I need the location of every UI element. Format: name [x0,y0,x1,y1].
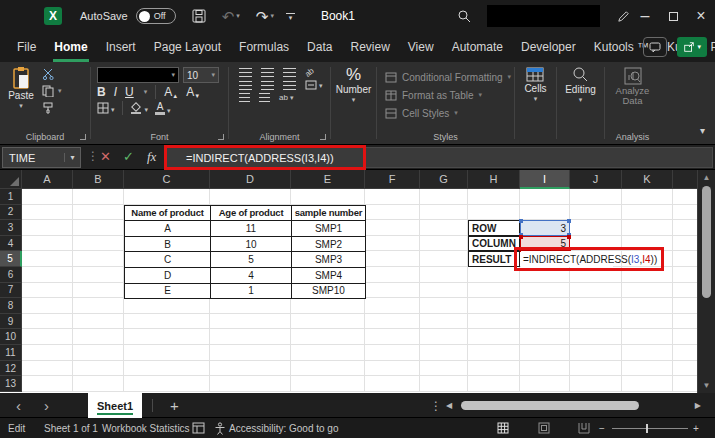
cell-D10[interactable] [210,329,291,345]
sheet-options-button[interactable]: ⋮ [430,393,442,418]
accessibility-icon[interactable] [214,418,226,438]
cell-partial[interactable] [673,329,697,345]
zoom-slider-track[interactable] [612,428,688,429]
save-button[interactable] [192,9,206,23]
row-header-13[interactable]: 13 [0,376,22,392]
collapse-ribbon-button[interactable]: ▾ [700,125,705,136]
row-header-1[interactable]: 1 [0,189,22,205]
select-all-corner[interactable] [0,170,22,189]
page-layout-view-button[interactable] [538,418,550,438]
cell-I5-result-formula[interactable]: =INDIRECT(ADDRESS(I3,I4)) [521,251,613,267]
wrap-text-button[interactable]: ab ▾ [279,93,293,102]
cell-B11[interactable] [73,345,124,361]
row-header-4[interactable]: 4 [0,236,22,252]
cell-H4-column-label[interactable]: COLUMN [468,236,520,252]
table-cell[interactable]: 1 [211,284,292,300]
cell-A1[interactable] [22,189,73,205]
paste-button[interactable]: Paste ▾ [0,66,42,129]
align-top-button[interactable] [239,68,252,77]
cell-K2[interactable] [622,205,673,221]
cell-G8[interactable] [420,298,468,314]
cell-B4[interactable] [73,236,124,252]
cell-H9[interactable] [468,314,520,330]
scroll-down-icon[interactable]: ▼ [698,381,715,390]
format-as-table-button[interactable]: Format as Table▾ [377,86,514,104]
cell-A12[interactable] [22,361,73,377]
cell-J13[interactable] [570,376,622,392]
cell-G9[interactable] [420,314,468,330]
cell-K7[interactable] [622,283,673,299]
cell-K4[interactable] [622,236,673,252]
cell-E10[interactable] [291,329,365,345]
new-sheet-button[interactable]: + [170,393,179,418]
cell-I4-column-value[interactable]: 5 [520,236,570,252]
cell-H13[interactable] [468,376,520,392]
cell-J2[interactable] [570,205,622,221]
column-header-H[interactable]: H [468,170,520,189]
cell-C13[interactable] [124,376,210,392]
vertical-scrollbar[interactable]: ▲ ▼ [697,170,715,393]
cell-F6[interactable] [365,267,420,283]
row-header-2[interactable]: 2 [0,205,22,221]
row-header-7[interactable]: 7 [0,283,22,299]
bold-button[interactable]: B [97,85,106,99]
ribbon-tab-page-layout[interactable]: Page Layout [145,32,230,62]
selection-handle[interactable] [519,235,523,239]
table-header-cell[interactable]: Age of product [211,206,292,222]
cell-partial[interactable] [673,345,697,361]
cell-F9[interactable] [365,314,420,330]
cell-H5-result-label[interactable]: RESULT [468,251,520,267]
underline-button[interactable]: U [125,85,134,99]
dialog-launcher-icon[interactable] [80,134,86,140]
editing-button[interactable]: Editing ▾ [565,66,596,144]
cell-B8[interactable] [73,298,124,314]
cell-K3[interactable] [622,220,673,236]
cell-K11[interactable] [622,345,673,361]
cell-H12[interactable] [468,361,520,377]
cell-C11[interactable] [124,345,210,361]
table-cell[interactable]: D [125,268,211,284]
minimize-button[interactable]: – [631,0,659,32]
quick-access-customize-button[interactable]: ▾ [286,13,295,20]
insert-function-button[interactable]: fx [147,149,156,165]
font-name-combobox[interactable]: ▾ [97,67,179,83]
pen-button[interactable] [616,9,631,24]
workbook-statistics-icon[interactable] [192,418,205,438]
cell-A9[interactable] [22,314,73,330]
cell-B10[interactable] [73,329,124,345]
cell-J4[interactable] [570,236,622,252]
row-header-12[interactable]: 12 [0,361,22,377]
cell-F13[interactable] [365,376,420,392]
horizontal-scrollbar[interactable]: ◀ ▶ [446,400,701,411]
cell-J9[interactable] [570,314,622,330]
cell-E9[interactable] [291,314,365,330]
sheet-tab-sheet1[interactable]: Sheet1 [88,393,142,418]
cell-J11[interactable] [570,345,622,361]
cell-E8[interactable] [291,298,365,314]
align-right-button[interactable] [283,81,296,90]
align-middle-button[interactable] [261,68,274,77]
scroll-right-icon[interactable]: ▶ [695,401,701,410]
cell-G4[interactable] [420,236,468,252]
cell-G13[interactable] [420,376,468,392]
cell-G10[interactable] [420,329,468,345]
cell-partial[interactable] [673,298,697,314]
cell-B3[interactable] [73,220,124,236]
cell-G1[interactable] [420,189,468,205]
ribbon-tab-developer[interactable]: Developer [512,32,585,62]
close-button[interactable]: × [687,0,715,32]
column-header-K[interactable]: K [622,170,673,189]
cell-H10[interactable] [468,329,520,345]
format-painter-button[interactable] [42,102,54,114]
cell-partial[interactable] [673,251,697,267]
cell-B9[interactable] [73,314,124,330]
ribbon-tab-review[interactable]: Review [341,32,398,62]
horizontal-scrollbar-track[interactable] [459,400,688,411]
selection-handle[interactable] [519,219,523,223]
column-header-B[interactable]: B [73,170,124,189]
cell-K1[interactable] [622,189,673,205]
cell-I3-row-value[interactable]: 3 [520,220,570,236]
cell-G7[interactable] [420,283,468,299]
share-button[interactable]: ▾ [677,37,707,57]
cell-H6[interactable] [468,267,520,283]
